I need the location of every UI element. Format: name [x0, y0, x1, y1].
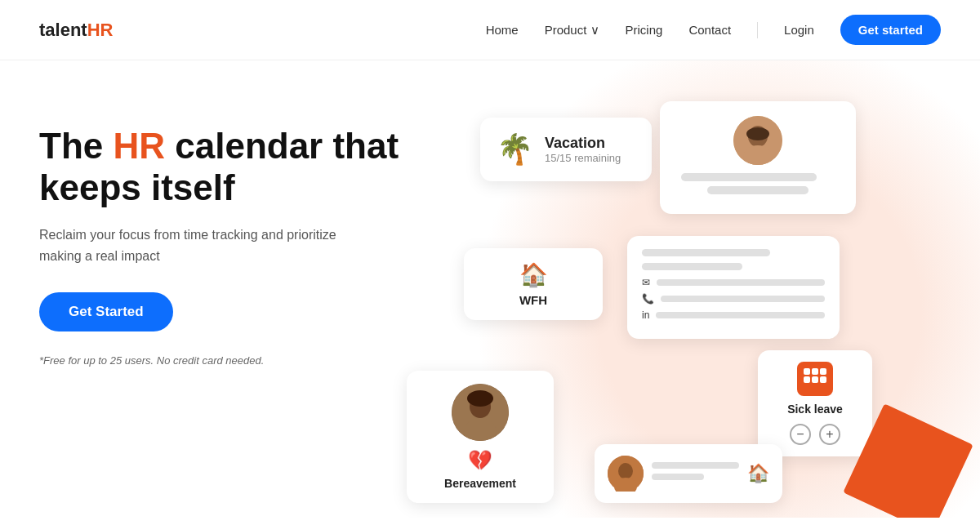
email-bar — [657, 279, 825, 286]
svg-rect-5 — [812, 368, 818, 375]
profile-bottom-bar-2 — [652, 474, 704, 480]
hero-get-started-button[interactable]: Get Started — [39, 292, 173, 331]
nav-pricing[interactable]: Pricing — [626, 23, 663, 37]
email-icon: ✉ — [642, 277, 650, 288]
hero-left: The HR calendar that keeps itself Reclai… — [39, 109, 431, 485]
profile-bottom-home-icon: 🏠 — [747, 463, 769, 484]
nav-login[interactable]: Login — [784, 23, 814, 37]
hero-title-start: The — [39, 126, 113, 166]
hero-title: The HR calendar that keeps itself — [39, 126, 431, 208]
sick-grid-icon — [804, 368, 826, 386]
nav-contact[interactable]: Contact — [688, 23, 731, 37]
wfh-label: WFH — [519, 293, 547, 307]
vacation-sub: 15/15 remaining — [545, 152, 621, 164]
employee-email-row: ✉ — [642, 277, 825, 288]
sick-label: Sick leave — [771, 403, 859, 416]
employee-bar-2 — [642, 263, 742, 270]
bereavement-avatar — [452, 384, 509, 441]
nav-divider — [757, 22, 758, 38]
svg-point-13 — [467, 390, 493, 407]
navbar: talentHR Home Product ∨ Pricing Contact … — [0, 0, 980, 60]
logo-hr: HR — [87, 20, 114, 40]
svg-rect-8 — [812, 376, 818, 383]
vacation-card-text: Vacation 15/15 remaining — [545, 135, 621, 164]
sick-minus-button[interactable]: − — [790, 424, 811, 445]
svg-rect-9 — [820, 376, 826, 383]
logo: talentHR — [39, 20, 113, 41]
home-icon: 🏠 — [519, 261, 548, 288]
employee-linkedin-row: in — [642, 309, 825, 321]
profile-bottom-bars — [652, 462, 739, 485]
employee-phone-row: 📞 — [642, 293, 825, 305]
nav-product[interactable]: Product ∨ — [545, 23, 599, 37]
vacation-title: Vacation — [545, 135, 621, 152]
nav-home[interactable]: Home — [486, 23, 519, 37]
hero-subtitle: Reclaim your focus from time tracking an… — [39, 225, 350, 266]
logo-talent: talent — [39, 20, 87, 40]
profile-bottom-avatar — [608, 456, 644, 492]
sick-plus-button[interactable]: + — [819, 424, 840, 445]
wfh-card: 🏠 WFH — [464, 248, 603, 320]
profile-top-avatar — [733, 116, 782, 165]
nav-links: Home Product ∨ Pricing Contact Login Get… — [486, 15, 941, 45]
profile-top-card — [660, 101, 856, 214]
linkedin-icon: in — [642, 309, 649, 321]
phone-icon: 📞 — [642, 293, 654, 305]
profile-bottom-card: 🏠 — [595, 444, 782, 503]
sick-leave-card: Sick leave − + — [758, 350, 872, 456]
hero-right: 🌴 Vacation 15/15 remaining 🏠 — [431, 109, 941, 485]
hero-title-highlight: HR — [113, 126, 165, 166]
bereavement-label: Bereavement — [444, 477, 516, 490]
svg-point-15 — [618, 463, 633, 479]
linkedin-bar — [656, 312, 825, 318]
employee-card: ✉ 📞 in — [627, 236, 840, 339]
svg-rect-4 — [804, 368, 810, 375]
profile-bottom-img — [608, 456, 644, 492]
hero-note: *Free for up to 25 users. No credit card… — [39, 354, 431, 367]
svg-point-3 — [746, 127, 769, 140]
sick-controls: − + — [771, 424, 859, 445]
employee-bar-1 — [642, 249, 770, 256]
phone-bar — [661, 296, 825, 302]
svg-rect-7 — [804, 376, 810, 383]
sick-icon — [797, 362, 833, 396]
bereavement-card: 💔 Bereavement — [407, 371, 554, 503]
profile-bar-2 — [707, 186, 809, 194]
hero-section: The HR calendar that keeps itself Reclai… — [0, 60, 980, 518]
bereavement-avatar-img — [452, 384, 509, 441]
bereavement-icon: 💔 — [468, 449, 492, 472]
bottom-section: You're in good company TalentHR is a pro… — [0, 518, 980, 525]
avatar-image — [733, 116, 782, 165]
vacation-card: 🌴 Vacation 15/15 remaining — [480, 118, 652, 181]
profile-bottom-bar-1 — [652, 462, 739, 469]
nav-get-started-button[interactable]: Get started — [840, 15, 941, 45]
profile-bar-1 — [681, 173, 817, 181]
svg-rect-6 — [820, 368, 826, 375]
palm-icon: 🌴 — [497, 132, 533, 167]
